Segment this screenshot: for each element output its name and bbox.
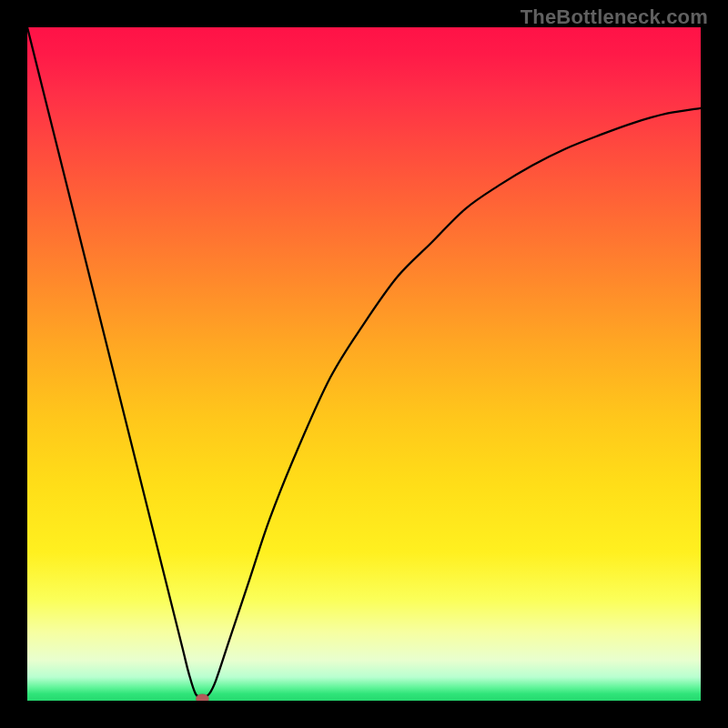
curve-overlay: [27, 27, 701, 701]
watermark-text: TheBottleneck.com: [521, 5, 708, 29]
bottleneck-curve: [27, 27, 701, 697]
plot-area: [27, 27, 701, 701]
chart-frame: TheBottleneck.com: [0, 0, 728, 728]
